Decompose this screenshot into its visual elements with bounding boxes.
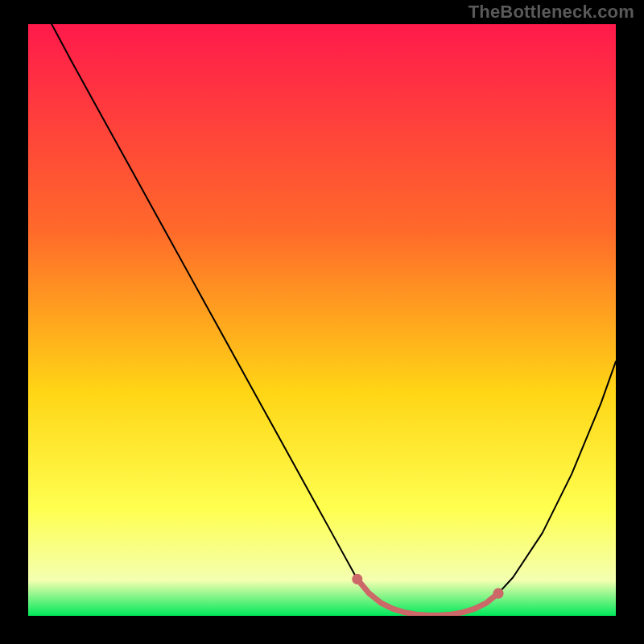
highlight-dot-left (352, 574, 362, 584)
watermark-label: TheBottleneck.com (469, 2, 634, 23)
plot-area (28, 24, 616, 616)
gradient-background (28, 24, 616, 616)
highlight-dot-right (493, 588, 503, 598)
chart-svg (28, 24, 616, 616)
chart-stage: TheBottleneck.com (0, 0, 644, 644)
